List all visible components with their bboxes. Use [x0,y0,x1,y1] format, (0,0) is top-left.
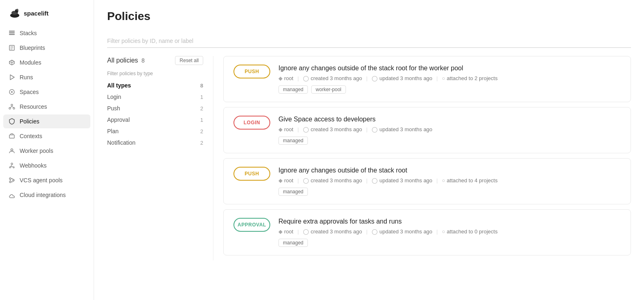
filter-type-push[interactable]: Push 2 [107,103,203,113]
space-icon-2: ◆ [278,126,283,132]
policy-name-1: Ignore any changes outside of the stack … [278,65,621,72]
sidebar-item-stacks[interactable]: Stacks [3,26,90,40]
filter-type-approval[interactable]: Approval 1 [107,115,203,125]
filter-input[interactable] [107,34,631,48]
space-icon-3: ◆ [278,177,283,184]
policies-list: PUSH Ignore any changes outside of the s… [213,56,631,260]
policy-space-3: ◆ root [278,177,293,184]
sidebar-item-runs[interactable]: Runs [3,70,90,84]
policy-card-4[interactable]: APPROVAL Require extra approvals for tas… [223,209,631,255]
sidebar-item-stacks-label: Stacks [20,30,37,36]
svg-point-15 [11,149,13,151]
tag-managed-2: managed [278,137,308,145]
policy-created-1: ◯ created 3 months ago [303,75,362,81]
policy-badge-approval-4: APPROVAL [233,218,270,232]
filter-header: All policies 8 Reset all [107,56,203,65]
webhook-icon [8,162,16,169]
policy-tags-2: managed [278,137,621,145]
resources-icon [8,103,16,110]
policy-card-1[interactable]: PUSH Ignore any changes outside of the s… [223,56,631,102]
refresh-icon-4: ◯ [372,228,378,235]
filter-type-all-types[interactable]: All types 8 [107,81,203,90]
policy-created-4: ◯ created 3 months ago [303,228,362,235]
sidebar-item-blueprints-label: Blueprints [20,45,45,51]
policy-card-3[interactable]: PUSH Ignore any changes outside of the s… [223,158,631,204]
policy-attached-1: ○ attached to 2 projects [442,75,498,81]
policy-updated-1: ◯ updated 3 months ago [372,75,432,81]
filter-type-push-count: 2 [200,105,203,112]
policy-space-4: ◆ root [278,228,293,235]
filter-section-title: Filter policies by type [107,71,203,76]
refresh-icon-3: ◯ [372,177,378,184]
filter-type-notification[interactable]: Notification 2 [107,138,203,148]
sidebar-item-modules-label: Modules [20,59,41,66]
svg-marker-8 [10,75,14,80]
policy-updated-3: ◯ updated 3 months ago [372,177,432,184]
tag-managed-4: managed [278,239,308,247]
sidebar-item-webhooks[interactable]: Webhooks [3,159,90,172]
sidebar-navigation: Stacks Blueprints Modules Runs [0,26,94,202]
main-content: Policies All policies 8 Reset all Filter… [94,0,644,300]
refresh-icon-1: ◯ [372,75,378,81]
policy-space-1: ◆ root [278,75,293,81]
filter-type-login[interactable]: Login 1 [107,92,203,102]
filter-type-list: All types 8 Login 1 Push 2 Approval 1 Pl… [107,81,203,148]
tag-managed-1: managed [278,85,308,94]
svg-point-19 [9,181,11,183]
attach-icon-1: ○ [442,75,445,81]
clock-icon-4: ◯ [303,228,309,235]
policy-created-2: ◯ created 3 months ago [303,126,362,132]
sidebar-item-blueprints[interactable]: Blueprints [3,41,90,55]
policy-tags-3: managed [278,188,621,196]
reset-all-button[interactable]: Reset all [175,56,203,65]
policy-info-4: Require extra approvals for tasks and ru… [278,218,621,247]
policy-name-3: Ignore any changes outside of the stack … [278,167,621,174]
sidebar-item-contexts-label: Contexts [20,133,42,139]
sidebar-item-contexts[interactable]: Contexts [3,129,90,143]
sidebar-item-policies[interactable]: Policies [3,114,90,128]
policy-name-2: Give Space access to developers [278,116,621,123]
blueprint-icon [8,44,16,51]
policy-meta-1: ◆ root | ◯ created 3 months ago | ◯ upda… [278,75,621,81]
svg-rect-4 [9,32,15,34]
worker-icon [8,147,16,154]
filter-type-login-count: 1 [200,94,203,100]
policy-tags-1: managed worker-pool [278,85,621,94]
svg-point-13 [13,107,15,109]
sidebar-item-cloud-integrations-label: Cloud integrations [20,192,66,198]
spaces-icon [8,88,16,96]
sidebar-item-webhooks-label: Webhooks [20,162,47,169]
sidebar-item-worker-pools-label: Worker pools [20,148,53,154]
sidebar: spacelift Stacks Blueprints Modules [0,0,94,300]
sidebar-item-worker-pools[interactable]: Worker pools [3,144,90,158]
clock-icon-2: ◯ [303,126,309,132]
tag-worker-pool: worker-pool [311,85,346,94]
spacelift-logo-icon [8,8,21,18]
attach-icon-3: ○ [442,177,445,184]
policy-card-2[interactable]: LOGIN Give Space access to developers ◆ … [223,107,631,153]
sidebar-item-vcs-agent-pools[interactable]: VCS agent pools [3,173,90,187]
svg-rect-5 [9,34,15,35]
policy-tags-4: managed [278,239,621,247]
sidebar-item-runs-label: Runs [20,74,33,81]
sidebar-logo-text: spacelift [24,10,49,17]
filter-type-plan-label: Plan [107,128,119,134]
page-title: Policies [107,10,631,23]
policy-badge-push-3: PUSH [233,167,270,181]
play-icon [8,74,16,81]
sidebar-item-spaces-label: Spaces [20,89,39,95]
sidebar-item-cloud-integrations[interactable]: Cloud integrations [3,188,90,202]
filter-type-all-types-count: 8 [200,83,203,89]
filter-type-plan[interactable]: Plan 2 [107,126,203,136]
sidebar-item-resources-label: Resources [20,103,47,110]
refresh-icon-2: ◯ [372,126,378,132]
sidebar-item-modules[interactable]: Modules [3,56,90,69]
policy-meta-2: ◆ root | ◯ created 3 months ago | ◯ upda… [278,126,621,132]
svg-rect-6 [9,31,15,32]
policy-info-2: Give Space access to developers ◆ root |… [278,116,621,145]
tag-managed-3: managed [278,188,308,196]
policy-updated-2: ◯ updated 3 months ago [372,126,432,132]
sidebar-item-spaces[interactable]: Spaces [3,85,90,99]
policy-name-4: Require extra approvals for tasks and ru… [278,218,621,225]
sidebar-item-resources[interactable]: Resources [3,100,90,114]
